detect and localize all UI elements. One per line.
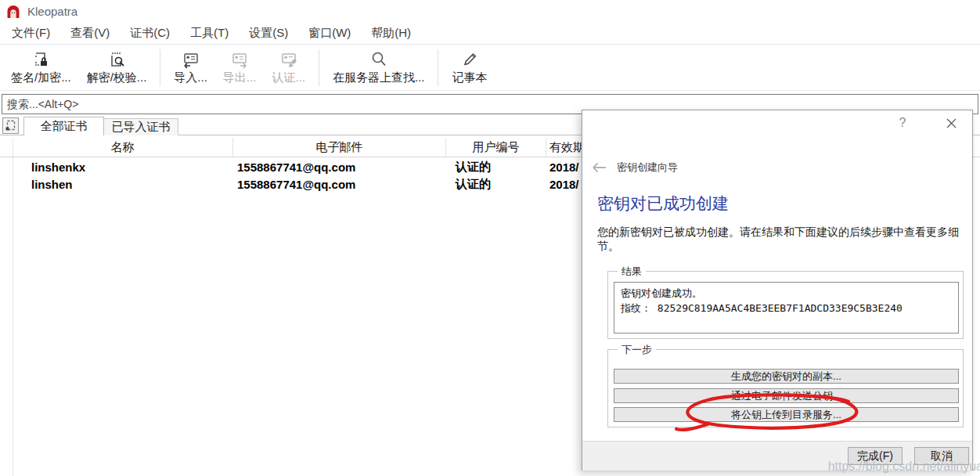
toolbar-button-sign-encrypt[interactable]: 签名/加密...	[3, 45, 79, 90]
new-tab-icon	[4, 119, 17, 132]
toolbar-separator	[319, 49, 319, 86]
search-server-icon	[369, 49, 388, 70]
certify-icon	[279, 49, 298, 70]
column-header-user-id[interactable]: 用户编号	[446, 138, 546, 157]
cell-email: 1558867741@qq.com	[233, 160, 446, 174]
menu-item-tools[interactable]: 工具(T)	[180, 22, 239, 44]
toolbar-label: 认证...	[272, 70, 305, 85]
menu-item-help[interactable]: 帮助(H)	[361, 22, 421, 44]
toolbar-button-decrypt-verify[interactable]: 解密/校验...	[79, 45, 155, 90]
toolbar-separator	[438, 49, 438, 86]
menu-bar: 文件(F) 查看(V) 证书(C) 工具(T) 设置(S) 窗口(W) 帮助(H…	[0, 22, 980, 45]
menu-item-file[interactable]: 文件(F)	[2, 22, 60, 44]
new-tab-button[interactable]	[2, 117, 19, 134]
decrypt-verify-icon	[107, 49, 126, 70]
sign-encrypt-icon	[31, 49, 50, 70]
result-line-success: 密钥对创建成功。	[621, 287, 952, 301]
toolbar-button-lookup-server[interactable]: 在服务器上查找...	[325, 45, 433, 90]
watermark-text: https://blog.csdn.net/alinyua	[828, 460, 980, 474]
sort-ascending-icon	[336, 135, 344, 148]
menu-item-window[interactable]: 窗口(W)	[298, 22, 361, 44]
close-button[interactable]	[941, 114, 961, 132]
toolbar-label: 记事本	[452, 70, 487, 85]
cell-user-id: 认证的	[446, 177, 546, 192]
table-row[interactable]: linshenkx 1558867741@qq.com 认证的 2018/	[13, 158, 640, 175]
result-groupbox: 结果 密钥对创建成功。 指纹： 82529C819AA5AC4BE3EEB7F1…	[607, 271, 964, 339]
menu-item-view[interactable]: 查看(V)	[60, 22, 120, 44]
next-steps-groupbox-label: 下一步	[618, 343, 656, 357]
toolbar-label: 导出...	[223, 70, 257, 85]
wizard-body-text: 您的新密钥对已被成功创建。请在结果和下面建议的后续步骤中查看更多细节。	[597, 225, 962, 254]
column-header-name[interactable]: 名称	[13, 138, 233, 157]
close-icon	[946, 118, 957, 128]
cell-name: linshen	[13, 178, 233, 191]
toolbar-button-export: 导出...	[215, 45, 265, 90]
kleopatra-logo-icon	[6, 5, 20, 19]
notepad-icon	[460, 49, 479, 70]
kleopatra-window: Kleopatra 文件(F) 查看(V) 证书(C) 工具(T) 设置(S) …	[0, 0, 980, 476]
cell-name: linshenkx	[13, 160, 233, 174]
email-public-key-button[interactable]: 通过电子邮件发送公钥...	[614, 388, 959, 403]
import-icon	[182, 49, 200, 70]
cell-email: 1558867741@qq.com	[233, 178, 446, 191]
result-output: 密钥对创建成功。 指纹： 82529C819AA5AC4BE3EEB7F1ADC…	[614, 282, 959, 334]
toolbar-separator	[160, 49, 160, 86]
result-groupbox-label: 结果	[618, 265, 646, 279]
result-line-fingerprint: 指纹： 82529C819AA5AC4BE3EEB7F1ADCD33E9C5B3…	[621, 301, 952, 316]
table-row[interactable]: linshen 1558867741@qq.com 认证的 2018/	[13, 175, 640, 193]
title-bar: Kleopatra	[0, 0, 980, 22]
backup-keypair-button[interactable]: 生成您的密钥对的副本...	[614, 369, 959, 384]
help-button[interactable]: ?	[894, 114, 911, 132]
tab-all-certificates[interactable]: 全部证书	[23, 117, 104, 135]
toolbar-label: 在服务器上查找...	[333, 70, 425, 85]
app-title: Kleopatra	[27, 5, 77, 18]
wizard-title: 密钥对已成功创建	[597, 193, 729, 215]
menu-item-settings[interactable]: 设置(S)	[239, 22, 298, 44]
toolbar-button-notepad[interactable]: 记事本	[444, 45, 495, 90]
menu-item-certificates[interactable]: 证书(C)	[120, 22, 180, 44]
toolbar-button-certify: 认证...	[264, 45, 313, 90]
toolbar-label: 导入...	[174, 70, 207, 85]
tab-imported-certificates[interactable]: 已导入证书	[104, 118, 178, 135]
toolbar-label: 签名/加密...	[11, 70, 71, 85]
back-button[interactable]	[592, 160, 611, 175]
wizard-header-label: 密钥创建向导	[617, 160, 678, 175]
toolbar: 签名/加密... 解密/校验...	[0, 45, 980, 91]
cell-user-id: 认证的	[446, 160, 546, 175]
wizard-header: 密钥创建向导	[592, 160, 678, 175]
upload-directory-service-button[interactable]: 将公钥上传到目录服务...	[614, 407, 959, 422]
key-creation-wizard-dialog: ? 密钥创建向导 密钥对已成功创建 您的新密钥对已被成功创建。请在结果和下面建议…	[582, 110, 973, 471]
toolbar-label: 解密/校验...	[87, 70, 147, 85]
toolbar-button-import[interactable]: 导入...	[166, 45, 215, 90]
export-icon	[230, 49, 249, 70]
next-steps-groupbox: 下一步 生成您的密钥对的副本... 通过电子邮件发送公钥... 将公钥上传到目录…	[607, 349, 964, 427]
back-arrow-icon	[592, 162, 607, 173]
column-header-email[interactable]: 电子邮件	[233, 138, 446, 157]
